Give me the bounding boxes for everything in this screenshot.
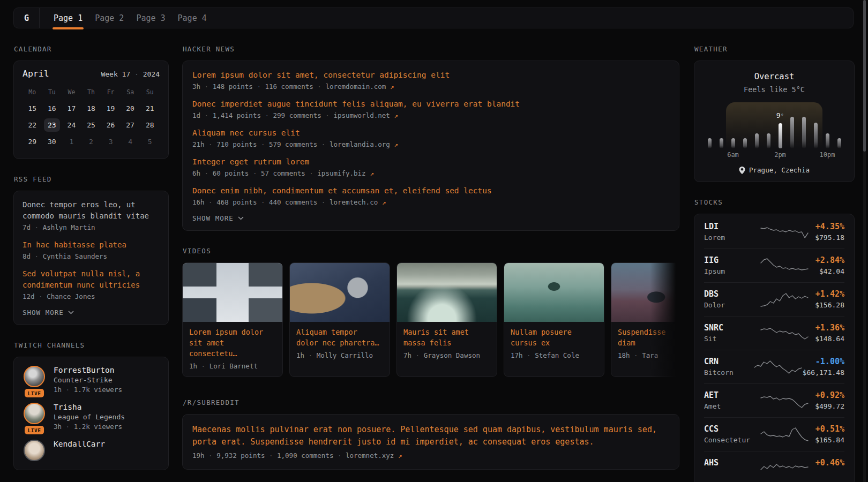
video-title[interactable]: Lorem ipsum dolor sit amet consectetu… (189, 327, 276, 359)
stock-price: $42.04 (815, 267, 844, 275)
tab-page-2[interactable]: Page 2 (95, 8, 124, 28)
calendar-weekday: Th (81, 85, 101, 100)
tab-page-4[interactable]: Page 4 (178, 8, 207, 28)
chevron-down-icon (238, 216, 244, 220)
video-thumbnail[interactable] (397, 263, 497, 322)
page-scrollbar[interactable] (863, 0, 866, 482)
video-thumbnail[interactable] (504, 263, 604, 322)
stock-row[interactable]: AHS+0.46% (704, 451, 844, 482)
hn-story-title[interactable]: Donec imperdiet augue tincidunt felis al… (192, 99, 669, 109)
story-domain-link[interactable]: loremdomain.com ↗ (325, 82, 394, 91)
twitch-channel-info: KendallCarr (54, 440, 105, 461)
calendar-day: 27 (121, 117, 140, 133)
video-meta: 17h · Stefan Cole (511, 351, 597, 359)
hn-story-title[interactable]: Donec enim nibh, condimentum et accumsan… (192, 185, 669, 196)
stock-change: +0.51% (815, 424, 844, 434)
rss-item-title[interactable]: In hac habitasse platea (23, 239, 160, 251)
video-card[interactable]: Aliquam tempor dolor nec pharetra…1h · M… (289, 262, 390, 377)
twitch-channel-name[interactable]: KendallCarr (54, 440, 105, 448)
rss-item-meta: 7d · Ashlyn Martin (23, 223, 160, 231)
separator-dot: · (630, 351, 642, 359)
video-card[interactable]: Mauris sit amet massa felis7h · Grayson … (396, 262, 497, 377)
video-card[interactable]: Nullam posuere cursus ex17h · Stefan Col… (504, 262, 604, 377)
twitch-channel-name[interactable]: Trisha (54, 403, 125, 411)
stock-change: +1.42% (815, 289, 844, 299)
hour-bar (767, 133, 770, 148)
section-subreddit: /R/SUBREDDIT Maecenas mollis pulvinar er… (182, 398, 679, 470)
twitch-avatar-wrap (23, 440, 46, 461)
story-domain-link[interactable]: ipsumworld.net ↗ (333, 111, 398, 119)
hn-story: Integer eget rutrum lorem6h · 60 points … (192, 156, 669, 177)
meta-part: 17h (511, 351, 523, 359)
hn-story: Lorem ipsum dolor sit amet, consectetur … (192, 70, 669, 91)
video-thumbnail[interactable] (611, 263, 679, 322)
video-thumbnail[interactable] (183, 263, 282, 322)
hour-bar (708, 138, 712, 148)
twitch-channel-name[interactable]: ForrestBurton (54, 366, 122, 374)
twitch-channel-row[interactable]: LIVETrishaLeague of Legends3h · 1.2k vie… (23, 403, 160, 431)
hn-story-title[interactable]: Lorem ipsum dolor sit amet, consectetur … (192, 70, 669, 80)
stock-row[interactable]: IIGIpsum+2.84%$42.04 (704, 248, 844, 282)
rss-item-title[interactable]: Sed volutpat nulla nisl, a condimentum n… (23, 268, 160, 291)
avatar[interactable] (24, 403, 45, 424)
stock-row[interactable]: CCSConsectetur+0.51%$165.84 (704, 417, 844, 451)
twitch-avatar-wrap: LIVE (23, 403, 46, 431)
stock-row[interactable]: DBSDolor+1.42%$156.28 (704, 282, 844, 316)
meta-part: 16h (192, 198, 205, 206)
video-title[interactable]: Suspendisse diam (618, 327, 671, 348)
day-number: 1 (66, 135, 78, 148)
stock-row[interactable]: LDILorem+4.35%$795.18 (704, 215, 844, 248)
scrollbar-thumb[interactable] (863, 0, 866, 152)
twitch-channel-info: ForrestBurtonCounter-Strike1h · 1.7k vie… (54, 366, 122, 394)
video-title[interactable]: Mauris sit amet massa felis (403, 327, 490, 348)
day-number: 17 (64, 102, 80, 115)
app-logo[interactable]: G (14, 8, 40, 28)
video-thumbnail[interactable] (290, 263, 390, 322)
stock-values: +4.35%$795.18 (815, 222, 844, 242)
tab-page-3[interactable]: Page 3 (136, 8, 165, 28)
stock-row[interactable]: AETAmet+0.92%$499.72 (704, 383, 844, 417)
nav-tabs: Page 1Page 2Page 3Page 4 (54, 8, 207, 28)
day-number: 15 (24, 102, 40, 115)
show-more-button[interactable]: SHOW MORE (192, 214, 669, 222)
story-domain-link[interactable]: loremtech.co ↗ (330, 198, 386, 206)
chevron-down-icon (68, 311, 74, 314)
avatar[interactable] (24, 440, 45, 461)
day-number: 20 (122, 102, 138, 115)
stock-row[interactable]: SNRCSit+1.36%$148.64 (704, 316, 844, 350)
story-domain-link[interactable]: loremlandia.org ↗ (330, 140, 398, 148)
meta-part: 148 points (213, 82, 253, 91)
hn-story-title[interactable]: Aliquam nec cursus elit (192, 127, 669, 138)
video-title[interactable]: Aliquam tempor dolor nec pharetra… (296, 327, 383, 348)
meta-part: Chance Jones (47, 292, 95, 300)
stock-name: Ipsum (704, 267, 760, 275)
video-title[interactable]: Nullam posuere cursus ex (511, 327, 597, 348)
rss-item-title[interactable]: Donec tempor eros leo, ut commodo mauris… (23, 199, 160, 222)
hn-story-meta: 21h · 710 points · 579 comments · loreml… (192, 140, 669, 148)
video-card[interactable]: Suspendisse diam18h · Tara (611, 262, 679, 377)
calendar-day: 15 (23, 100, 42, 117)
story-domain-link[interactable]: loremnet.xyz ↗ (346, 451, 402, 460)
video-card[interactable]: Lorem ipsum dolor sit amet consectetu…1h… (182, 262, 283, 377)
stock-row[interactable]: CRNBitcorn-1.00%$66,171.48 (704, 350, 844, 383)
stock-id: AETAmet (704, 390, 760, 410)
twitch-channel-row[interactable]: KendallCarr (23, 440, 160, 461)
day-number: 2 (85, 135, 97, 148)
hour-bar (743, 138, 747, 148)
avatar[interactable] (24, 366, 45, 387)
show-more-button[interactable]: SHOW MORE (23, 308, 160, 317)
day-number: 21 (142, 102, 158, 115)
stock-name: Amet (704, 402, 760, 410)
hn-story-title[interactable]: Integer eget rutrum lorem (192, 156, 669, 167)
time-label: 6am (727, 151, 739, 159)
story-domain-link[interactable]: ipsumify.biz ↗ (317, 169, 373, 177)
stock-change: +0.46% (815, 458, 844, 468)
separator-dot: · (62, 386, 74, 394)
calendar-weekday: Sa (121, 85, 140, 100)
meta-part: 1h (189, 362, 197, 370)
separator-dot: · (197, 362, 209, 370)
tab-page-1[interactable]: Page 1 (54, 8, 83, 28)
twitch-channel-row[interactable]: LIVEForrestBurtonCounter-Strike1h · 1.7k… (23, 366, 160, 394)
reddit-post-title[interactable]: Maecenas mollis pulvinar erat non posuer… (192, 424, 669, 448)
stock-id: SNRCSit (704, 323, 760, 343)
